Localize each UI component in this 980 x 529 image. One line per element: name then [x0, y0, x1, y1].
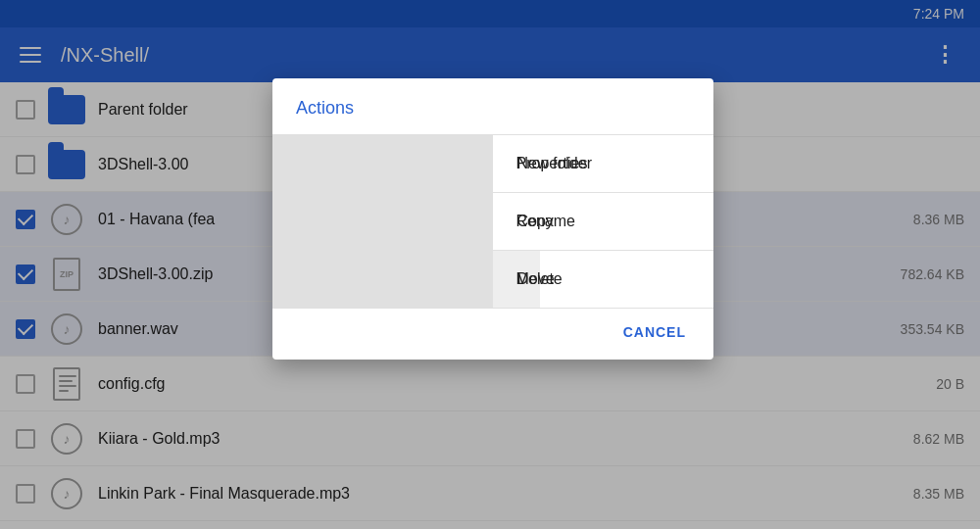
dialog-title: Actions	[272, 78, 713, 134]
actions-dialog: Actions Properties New folder Rename Cop…	[272, 78, 713, 360]
dialog-actions: CANCEL	[272, 308, 713, 360]
action-new-folder[interactable]: New folder	[494, 134, 714, 192]
vertical-divider	[272, 134, 493, 308]
action-copy[interactable]: Copy	[494, 192, 714, 250]
dialog-grid: Properties New folder Rename Copy Move D…	[272, 134, 713, 308]
cancel-button[interactable]: CANCEL	[612, 316, 698, 348]
action-delete[interactable]: Delete	[494, 250, 714, 308]
